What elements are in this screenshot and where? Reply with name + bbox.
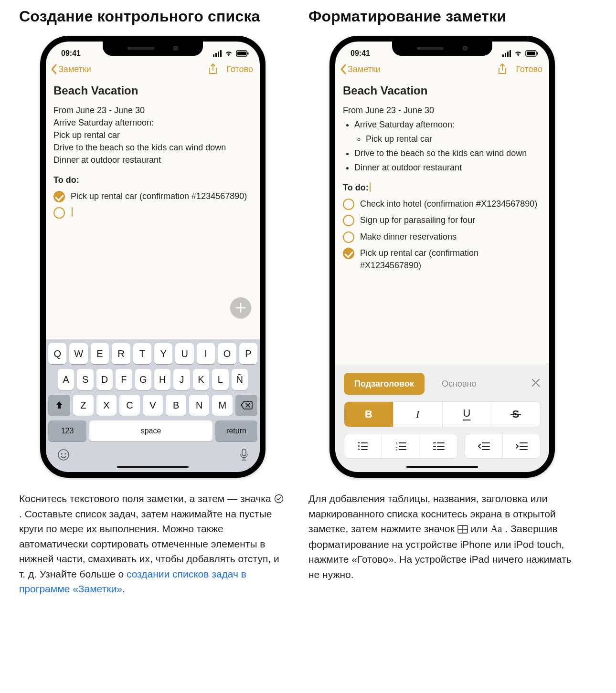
back-button[interactable]: Заметки [51,64,91,74]
plus-fab[interactable] [230,297,251,318]
strikethrough-button[interactable]: S [491,402,540,427]
dashed-list-button[interactable] [420,434,457,458]
key-i[interactable]: I [197,343,215,364]
caption-text: Коснитесь текстового поля заметки, а зат… [19,493,274,504]
bold-button[interactable]: B [344,402,393,427]
key-t[interactable]: T [133,343,151,364]
key-shift[interactable] [48,395,70,416]
outdent-button[interactable] [465,434,502,458]
svg-rect-1 [237,52,246,55]
underline-button[interactable]: U [442,402,491,427]
key-q[interactable]: Q [48,343,66,364]
bold-italic-row: B I U S [344,401,541,427]
key-f[interactable]: F [116,369,132,390]
style-chip-subheading[interactable]: Подзаголовок [344,373,425,395]
battery-icon [525,50,539,57]
nested-list: Pick up rental car [354,133,542,145]
key-backspace[interactable] [235,395,257,416]
key-z[interactable]: Z [73,395,94,416]
empty-circle-icon[interactable] [343,199,354,210]
key-a[interactable]: A [58,369,74,390]
key-j[interactable]: J [173,369,190,390]
style-chip-body[interactable]: Основно [431,373,487,395]
key-space[interactable]: space [89,420,212,441]
checklist-item[interactable]: Make dinner reservations [343,231,542,243]
aa-icon: Aа [490,523,502,535]
indent-button[interactable] [502,434,540,458]
column-formatting: Форматирование заметки 09:41 Заметки [308,5,576,592]
todo-heading: To do: [53,174,252,186]
key-ñ[interactable]: Ñ [232,369,248,390]
checklist-item-checked[interactable]: Pick up rental car (confirmation #X12345… [343,247,542,272]
empty-circle-icon[interactable] [53,207,65,219]
note-content[interactable]: Beach Vacation From June 23 - June 30 Ar… [335,78,549,272]
key-v[interactable]: V [143,395,163,416]
dashed-list-icon [434,442,444,451]
key-u[interactable]: U [175,343,193,364]
share-button[interactable] [208,63,218,75]
key-o[interactable]: O [218,343,236,364]
close-format-button[interactable] [531,378,541,389]
key-123[interactable]: 123 [48,420,86,441]
nav-bar: Заметки Готово [335,63,549,78]
home-indicator[interactable] [406,466,478,468]
note-content[interactable]: Beach Vacation From June 23 - June 30 Ar… [46,78,260,219]
checklist-item-checked[interactable]: Pick up rental car (confirmation #123456… [53,190,252,202]
key-return[interactable]: return [215,420,257,441]
empty-circle-icon[interactable] [343,215,354,226]
svg-point-4 [61,453,62,454]
key-w[interactable]: W [69,343,87,364]
list-item: Arrive Saturday afternoon: Pick up renta… [354,118,542,145]
key-r[interactable]: R [112,343,130,364]
back-button[interactable]: Заметки [340,64,381,74]
svg-rect-6 [242,449,246,456]
column-checklist: Создание контрольного списка 09:41 Замет… [19,5,287,607]
key-c[interactable]: C [119,395,140,416]
iphone-mock-left: 09:41 Заметки Готово [40,36,266,478]
vol-down [40,180,41,211]
key-e[interactable]: E [91,343,109,364]
checklist-item[interactable]: Sign up for parasailing for four [343,214,542,226]
done-button[interactable]: Готово [226,64,253,74]
key-l[interactable]: L [212,369,228,390]
bullet-list: Arrive Saturday afternoon: Pick up renta… [343,118,542,174]
vol-up [40,142,41,173]
key-m[interactable]: M [212,395,233,416]
key-p[interactable]: P [239,343,257,364]
done-button[interactable]: Готово [516,64,542,74]
key-n[interactable]: N [189,395,210,416]
checklist-item[interactable]: Check into hotel (confirmation #X1234567… [343,198,542,210]
key-s[interactable]: S [77,369,93,390]
key-d[interactable]: D [96,369,113,390]
numbered-list-button[interactable]: 123 [382,434,419,458]
key-x[interactable]: X [96,395,117,416]
emoji-button[interactable] [57,448,70,462]
italic-button[interactable]: I [393,402,442,427]
share-button[interactable] [498,63,507,75]
status-tray [502,47,539,57]
key-g[interactable]: G [135,369,151,390]
checklist-item-empty[interactable] [53,206,252,219]
bulleted-list-button[interactable] [344,434,382,458]
key-k[interactable]: K [193,369,209,390]
key-b[interactable]: B [166,395,186,416]
empty-circle-icon[interactable] [343,231,354,243]
key-h[interactable]: H [154,369,170,390]
vol-down [329,180,330,211]
checkmark-circle-icon[interactable] [53,191,65,202]
battery-icon [236,50,249,57]
note-line: Pick up rental car [53,129,252,141]
numbered-list-icon: 123 [396,442,406,451]
keyboard[interactable]: Q W E R T Y U I O P A S D F G H [46,339,260,472]
back-label: Заметки [58,64,91,74]
iphone-mock-right: 09:41 Заметки Готово [329,36,555,478]
home-indicator[interactable] [117,466,189,468]
share-icon [498,63,507,75]
dictation-button[interactable] [239,448,249,462]
checkmark-circle-icon[interactable] [343,248,354,259]
key-y[interactable]: Y [154,343,172,364]
nav-bar: Заметки Готово [46,63,260,78]
kb-row3: Z X C V B N M [48,395,257,416]
note-line: From June 23 - June 30 [343,104,542,116]
note-title: Beach Vacation [343,83,542,99]
